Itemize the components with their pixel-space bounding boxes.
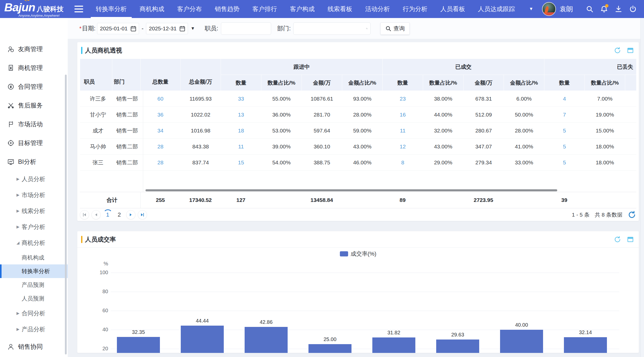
maximize-window-icon[interactable] (626, 47, 634, 54)
nav-item-6[interactable]: 线索看板 (321, 0, 359, 18)
sidebar-item-基本功能[interactable]: 基本功能 (0, 356, 68, 357)
table-horizontal-scrollbar[interactable] (145, 189, 557, 191)
sidebar-item-人员分析[interactable]: ▶人员分析 (0, 171, 68, 187)
next-page-button[interactable] (126, 210, 135, 219)
search-icon[interactable] (585, 5, 594, 13)
page-number-1[interactable]: 1 (103, 210, 112, 219)
sidebar-item-转换率分析[interactable]: 转换率分析 (0, 264, 68, 278)
sidebar-item-商机管理[interactable]: 商机管理 (0, 58, 68, 77)
date-preset-arrow-icon[interactable]: ▼ (191, 26, 195, 31)
sidebar-item-产品预测[interactable]: 产品预测 (0, 278, 68, 292)
refresh-icon[interactable] (628, 210, 636, 219)
count-link[interactable]: 28 (157, 159, 163, 165)
chart-body: 成交率(%) % 1008060402032.3544.4442.8625.00… (77, 248, 639, 353)
sidebar-item-label: 客户分析 (22, 223, 45, 231)
nav-item-4[interactable]: 客户排行 (246, 0, 284, 18)
count-link[interactable]: 16 (400, 112, 406, 118)
sidebar-item-商机构成[interactable]: 商机构成 (0, 251, 68, 264)
sidebar-item-销售协同[interactable]: 销售协同 (0, 337, 68, 356)
count-link[interactable]: 4 (563, 96, 566, 102)
last-page-button[interactable] (138, 210, 147, 219)
sidebar-item-合同分析[interactable]: ▶合同分析 (0, 305, 68, 321)
count-link[interactable]: 18 (238, 128, 244, 133)
sidebar-item-商机分析[interactable]: ◢商机分析 (0, 235, 68, 251)
value-cell: 59.00% (342, 123, 383, 139)
date-from-input[interactable]: 2025-01-01 (97, 23, 139, 34)
download-icon[interactable] (614, 5, 623, 13)
pivot-sub-header: 数量占比/% (423, 75, 463, 91)
count-cell: 7 (544, 107, 585, 123)
search-button[interactable]: 查询 (380, 22, 410, 35)
sidebar-item-市场活动[interactable]: 市场活动 (0, 115, 68, 133)
sidebar-scrollbar[interactable] (65, 75, 67, 354)
bar-value-label: 32.14 (564, 329, 607, 335)
count-link[interactable]: 23 (400, 96, 406, 102)
nav-item-10[interactable]: 人员达成跟踪 (471, 0, 521, 18)
count-link[interactable]: 7 (563, 112, 566, 118)
count-link[interactable]: 5 (563, 144, 566, 149)
chevron-collapsed-icon: ▶ (16, 177, 22, 181)
power-icon[interactable] (629, 5, 637, 13)
count-link[interactable]: 13 (238, 112, 244, 118)
count-link[interactable]: 28 (157, 144, 163, 149)
total-value-cell: 255 (140, 192, 180, 208)
count-link[interactable]: 12 (400, 144, 406, 149)
page-number-2[interactable]: 2 (115, 210, 124, 219)
sidebar-item-产品分析[interactable]: ▶产品分析 (0, 321, 68, 337)
count-link[interactable]: 33 (238, 96, 244, 102)
pivot-sub-header: 金额/万 (625, 75, 637, 91)
menu-icon[interactable] (74, 6, 83, 12)
sidebar-item-客户分析[interactable]: ▶客户分析 (0, 219, 68, 235)
date-to-input[interactable]: 2025-12-31 (146, 23, 188, 34)
user-avatar[interactable] (542, 2, 556, 16)
nav-item-7[interactable]: 活动分析 (359, 0, 396, 18)
value-cell: 33.00% (504, 155, 544, 171)
search-icon (385, 25, 391, 32)
value-cell: 281.70 (302, 107, 342, 123)
bar-6 (500, 330, 543, 353)
maximize-window-icon[interactable] (626, 236, 634, 243)
count-link[interactable]: 5 (563, 128, 566, 133)
first-page-button[interactable] (80, 210, 89, 219)
nav-item-3[interactable]: 销售趋势 (208, 0, 246, 18)
count-link[interactable]: 34 (157, 128, 163, 133)
y-axis-tick-label: 100 (88, 270, 108, 275)
sidebar-item-市场分析[interactable]: ▶市场分析 (0, 187, 68, 203)
count-link[interactable]: 36 (157, 112, 163, 118)
notifications-bell-icon[interactable] (600, 5, 608, 13)
count-link[interactable]: 11 (238, 144, 244, 149)
sidebar-item-友商管理[interactable]: 友商管理 (0, 40, 68, 58)
nav-item-1[interactable]: 商机构成 (133, 0, 171, 18)
count-link[interactable]: 15 (238, 159, 244, 165)
count-link[interactable]: 5 (563, 159, 566, 165)
chart-card: 人员成交率 成交率(%) % 1008060402032.3544.4442.8… (77, 231, 639, 353)
value-cell: 28.00% (504, 123, 544, 139)
sidebar-item-label: 友商管理 (18, 45, 43, 53)
sidebar-item-线索分析[interactable]: ▶线索分析 (0, 203, 68, 219)
count-cell: 11 (221, 139, 261, 155)
chart-legend[interactable]: 成交率(%) (340, 250, 376, 258)
nav-overflow-arrow-icon[interactable]: ▼ (529, 6, 533, 12)
y-axis-tick-label: 40 (88, 327, 108, 333)
nav-item-2[interactable]: 客户分布 (171, 0, 208, 18)
nav-item-5[interactable]: 客户构成 (284, 0, 321, 18)
dept-search-input[interactable] (296, 23, 366, 34)
app-logo[interactable]: Bajun 八骏科技 Anyone,Anytime,Anywhere! (0, 0, 68, 18)
required-mark: * (79, 25, 82, 32)
sidebar-item-目标管理[interactable]: 目标管理 (0, 133, 68, 152)
count-link[interactable]: 11 (400, 128, 406, 133)
nav-item-0[interactable]: 转换率分析 (89, 0, 133, 18)
sidebar-item-合同管理[interactable]: 合同管理 (0, 77, 68, 96)
previous-page-button[interactable] (91, 210, 101, 219)
nav-item-8[interactable]: 行为分析 (396, 0, 434, 18)
page-scrollbar[interactable] (640, 18, 644, 357)
nav-item-9[interactable]: 人员看板 (434, 0, 471, 18)
refresh-icon[interactable] (614, 236, 621, 243)
refresh-icon[interactable] (614, 47, 621, 54)
sidebar-item-人员预测[interactable]: 人员预测 (0, 292, 68, 305)
sidebar-item-BI分析[interactable]: BI分析 (0, 152, 68, 171)
total-value-cell (261, 192, 302, 208)
sidebar-item-售后服务[interactable]: 售后服务 (0, 96, 68, 115)
count-link[interactable]: 60 (157, 96, 163, 102)
count-link[interactable]: 8 (401, 159, 404, 165)
